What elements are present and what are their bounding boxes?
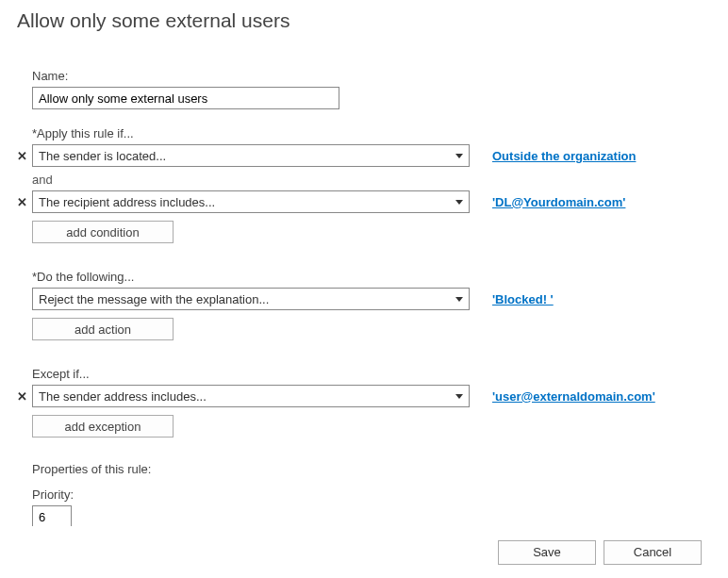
- condition-value-link[interactable]: 'DL@Yourdomain.com': [492, 195, 625, 209]
- name-label: Name:: [32, 69, 711, 83]
- and-label: and: [32, 173, 711, 187]
- chevron-down-icon: [455, 200, 463, 205]
- apply-if-label: *Apply this rule if...: [32, 126, 711, 140]
- dropdown-text: The recipient address includes...: [39, 195, 215, 209]
- page-title: Allow only some external users: [0, 0, 728, 45]
- name-input[interactable]: [32, 87, 339, 109]
- except-if-label: Except if...: [32, 367, 711, 381]
- cancel-button[interactable]: Cancel: [604, 540, 702, 565]
- properties-label: Properties of this rule:: [32, 462, 711, 476]
- exception-value-link[interactable]: 'user@externaldomain.com': [492, 389, 655, 404]
- dropdown-text: Reject the message with the explanation.…: [39, 292, 269, 306]
- dropdown-text: The sender address includes...: [39, 389, 207, 404]
- dropdown-text: The sender is located...: [39, 149, 166, 163]
- action-dropdown[interactable]: Reject the message with the explanation.…: [32, 288, 470, 310]
- condition-dropdown[interactable]: The sender is located...: [32, 144, 470, 167]
- close-icon[interactable]: ✕: [15, 149, 28, 163]
- footer: Save Cancel: [0, 526, 728, 578]
- chevron-down-icon: [455, 297, 463, 302]
- condition-row: ✕ The recipient address includes... 'DL@…: [32, 190, 711, 213]
- priority-input[interactable]: [32, 505, 72, 526]
- save-button[interactable]: Save: [498, 540, 596, 565]
- chevron-down-icon: [455, 394, 463, 399]
- exception-row: ✕ The sender address includes... 'user@e…: [32, 385, 711, 407]
- add-exception-button[interactable]: add exception: [32, 415, 174, 438]
- condition-dropdown[interactable]: The recipient address includes...: [32, 190, 470, 213]
- action-value-link[interactable]: 'Blocked! ': [492, 292, 554, 306]
- condition-row: ✕ The sender is located... Outside the o…: [32, 144, 711, 167]
- action-row: ✕ Reject the message with the explanatio…: [32, 288, 711, 310]
- condition-value-link[interactable]: Outside the organization: [492, 149, 636, 163]
- priority-label: Priority:: [32, 487, 711, 502]
- close-icon[interactable]: ✕: [15, 389, 28, 404]
- exception-dropdown[interactable]: The sender address includes...: [32, 385, 470, 407]
- add-action-button[interactable]: add action: [32, 318, 174, 340]
- rule-form-scroll[interactable]: Name: *Apply this rule if... ✕ The sende…: [0, 52, 728, 526]
- chevron-down-icon: [455, 154, 463, 158]
- do-following-label: *Do the following...: [32, 270, 711, 284]
- add-condition-button[interactable]: add condition: [32, 221, 174, 243]
- close-icon[interactable]: ✕: [15, 195, 28, 209]
